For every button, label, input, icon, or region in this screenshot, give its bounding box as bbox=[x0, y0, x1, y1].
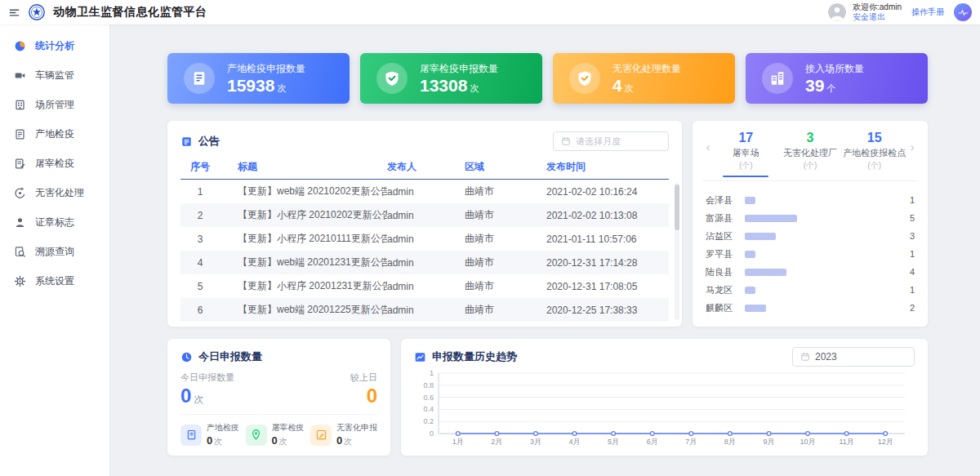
stat-card-venue-count: 接入场所数量39个 bbox=[746, 53, 928, 104]
sidebar-item-stats[interactable]: 统计分析 bbox=[0, 31, 109, 60]
app-title: 动物卫生监督信息化监管平台 bbox=[53, 5, 207, 20]
app-logo-icon bbox=[29, 4, 45, 20]
svg-text:4月: 4月 bbox=[569, 438, 581, 446]
row-index: 6 bbox=[180, 305, 220, 316]
bar-row: 麒麟区2 bbox=[706, 299, 915, 317]
svg-text:1月: 1月 bbox=[452, 438, 464, 446]
svg-text:8月: 8月 bbox=[724, 438, 736, 446]
document-badge-icon bbox=[191, 70, 207, 87]
year-picker[interactable]: 2023 bbox=[792, 347, 915, 367]
row-index: 3 bbox=[180, 234, 220, 245]
pulse-icon bbox=[958, 7, 969, 18]
assistant-button[interactable] bbox=[954, 3, 972, 21]
sidebar-item-trace[interactable]: 溯源查询 bbox=[0, 237, 109, 266]
announcement-row: 3【更新】小程序 20210111更新公告admin曲靖市2021-01-11 … bbox=[180, 227, 669, 251]
sidebar-item-place[interactable]: 场所管理 bbox=[0, 90, 109, 119]
announcement-title: 【更新】web端 20210202更新公告 bbox=[220, 185, 387, 198]
trend-chart-icon bbox=[414, 351, 426, 363]
announcement-row: 6【更新】web端 20201225更新公告admin曲靖市2020-12-25… bbox=[180, 298, 669, 322]
stat-card-label: 产地检疫申报数量 bbox=[227, 63, 305, 74]
announcement-row: 2【更新】小程序 20210202更新公告admin曲靖市2021-02-02 … bbox=[180, 203, 669, 227]
stat-card-harmless-count: 无害化处理数量4次 bbox=[553, 53, 735, 104]
sidebar-item-slaughter[interactable]: 屠宰检疫 bbox=[0, 149, 109, 178]
tabs-prev-arrow-icon[interactable]: ‹ bbox=[702, 131, 714, 153]
publisher: admin bbox=[387, 305, 465, 316]
stat-card-origin-declare: 产地检疫申报数量15938次 bbox=[167, 53, 350, 104]
stat-card-label: 接入场所数量 bbox=[805, 63, 864, 74]
calendar-icon bbox=[561, 136, 571, 146]
places-tab-unit: (个) bbox=[842, 160, 906, 171]
table-scrollbar[interactable] bbox=[675, 185, 679, 230]
gear-icon bbox=[14, 275, 26, 287]
header-left: 动物卫生监督信息化监管平台 bbox=[8, 4, 207, 20]
publisher: admin bbox=[387, 186, 465, 198]
stat-card-label: 无害化处理数量 bbox=[612, 63, 681, 74]
bar-row: 马龙区1 bbox=[706, 281, 915, 299]
today-item-value: 0次 bbox=[272, 434, 305, 447]
bar bbox=[745, 287, 755, 294]
places-tab-unit: (个) bbox=[778, 160, 843, 171]
menu-toggle-icon[interactable] bbox=[8, 7, 20, 19]
announcement-title: 【更新】小程序 20210111更新公告 bbox=[220, 232, 387, 246]
clock-icon bbox=[180, 351, 193, 363]
trend-title: 申报数量历史趋势 bbox=[432, 349, 517, 364]
places-tab-2[interactable]: 15产地检疫报检点(个) bbox=[842, 131, 906, 177]
places-bar-chart: 会泽县1富源县5沾益区3罗平县1陆良县4马龙区1麒麟区2 bbox=[702, 181, 918, 317]
top-header: 动物卫生监督信息化监管平台 欢迎你:admin 安全退出 操作手册 bbox=[0, 0, 980, 24]
places-tab-label: 产地检疫报检点 bbox=[842, 147, 906, 159]
bar-value: 2 bbox=[903, 303, 915, 313]
sidebar-menu: 统计分析车辆监管场所管理产地检疫屠宰检疫无害化处理证章标志溯源查询系统设置 bbox=[0, 24, 110, 476]
month-picker[interactable]: 请选择月度 bbox=[553, 131, 669, 151]
logout-link[interactable]: 安全退出 bbox=[853, 12, 902, 23]
announcements-table-header: 序号标题发布人区域发布时间 bbox=[180, 155, 669, 180]
stat-card-slaughter-declare: 屠宰检疫申报数量13308次 bbox=[360, 53, 542, 104]
today-count-label: 今日申报数量 bbox=[180, 371, 234, 384]
search-doc-icon bbox=[14, 246, 26, 258]
svg-text:7月: 7月 bbox=[685, 438, 697, 446]
manual-link[interactable]: 操作手册 bbox=[911, 7, 944, 18]
publisher: admin bbox=[387, 281, 465, 292]
row-index: 4 bbox=[180, 257, 220, 269]
stat-card-unit: 次 bbox=[470, 83, 479, 93]
user-block: 欢迎你:admin 安全退出 bbox=[853, 2, 902, 23]
sidebar-item-label: 屠宰检疫 bbox=[35, 157, 74, 171]
tabs-next-arrow-icon[interactable]: › bbox=[906, 131, 918, 153]
sidebar-item-settings[interactable]: 系统设置 bbox=[0, 266, 109, 296]
header-right: 欢迎你:admin 安全退出 操作手册 bbox=[828, 2, 972, 23]
bar-category-label: 会泽县 bbox=[706, 194, 745, 207]
today-item-label: 无害化申报 bbox=[336, 422, 377, 434]
sidebar-item-label: 证章标志 bbox=[35, 216, 74, 229]
bar-row: 陆良县4 bbox=[706, 263, 915, 281]
user-avatar[interactable] bbox=[828, 3, 846, 21]
publish-time: 2020-12-31 17:08:05 bbox=[546, 281, 669, 292]
vehicle-camera-icon bbox=[14, 69, 26, 82]
person-badge-icon bbox=[14, 216, 26, 229]
bar-row: 沾益区3 bbox=[706, 227, 915, 245]
region: 曲靖市 bbox=[465, 185, 546, 198]
shield-check-icon bbox=[384, 70, 400, 87]
stat-card-icon-wrap bbox=[184, 63, 215, 94]
sidebar-item-badge[interactable]: 证章标志 bbox=[0, 207, 109, 237]
col-publisher: 发布人 bbox=[387, 160, 465, 174]
bar-value: 4 bbox=[903, 267, 915, 277]
publisher: admin bbox=[387, 234, 465, 245]
announcement-row: 5【更新】小程序 20201231更新公告admin曲靖市2020-12-31 … bbox=[180, 274, 669, 298]
announcements-table-body: 1【更新】web端 20210202更新公告admin曲靖市2021-02-02… bbox=[180, 180, 669, 322]
today-item-value: 0次 bbox=[207, 434, 239, 447]
trend-panel: 申报数量历史趋势 2023 10.80.60.40.201月2月3月4月5月6月… bbox=[401, 339, 928, 456]
stat-card-icon-wrap bbox=[569, 63, 600, 94]
announcement-icon bbox=[180, 136, 193, 148]
document-outline-icon bbox=[185, 429, 198, 441]
places-tab-0[interactable]: 17屠宰场(个) bbox=[714, 131, 778, 177]
trend-line-chart: 10.80.60.40.201月2月3月4月5月6月7月8月9月10月11月12… bbox=[414, 368, 915, 448]
bar-value: 1 bbox=[903, 249, 915, 259]
row-index: 2 bbox=[180, 210, 220, 221]
sidebar-item-vehicle[interactable]: 车辆监管 bbox=[0, 60, 109, 90]
places-tab-1[interactable]: 3无害化处理厂(个) bbox=[778, 131, 843, 177]
bar-row: 富源县5 bbox=[706, 209, 915, 227]
svg-text:5月: 5月 bbox=[608, 438, 619, 446]
svg-text:0.2: 0.2 bbox=[423, 417, 434, 425]
publisher: admin bbox=[387, 257, 465, 269]
sidebar-item-origin[interactable]: 产地检疫 bbox=[0, 119, 109, 149]
sidebar-item-harmless[interactable]: 无害化处理 bbox=[0, 178, 109, 207]
